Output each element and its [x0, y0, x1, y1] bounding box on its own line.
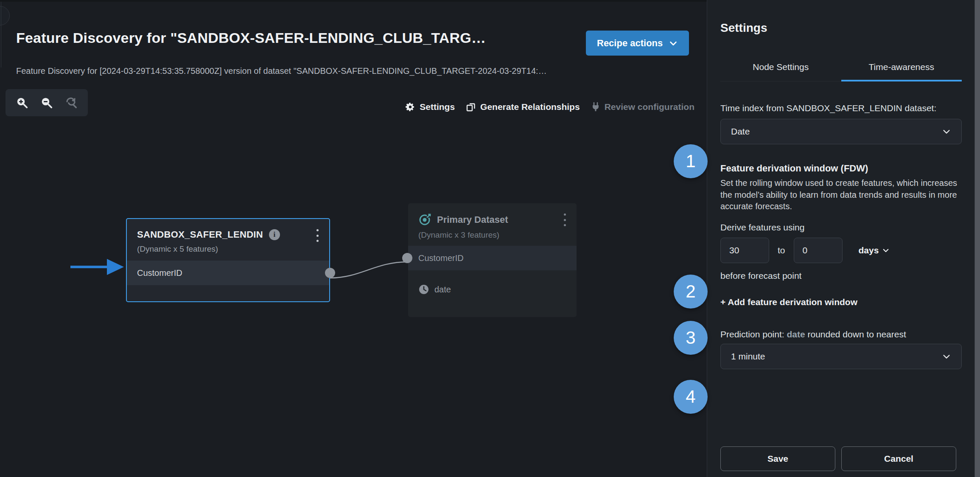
before-forecast-label: before forecast point	[720, 271, 962, 281]
step-badge-2: 2	[674, 275, 708, 309]
plug-icon	[591, 102, 600, 112]
panel-title: Settings	[720, 21, 962, 35]
prediction-point-label: Prediction point: date rounded down to n…	[720, 329, 962, 340]
fdw-heading: Feature derivation window (FDW)	[720, 163, 962, 174]
chevron-down-icon	[882, 247, 890, 254]
node-subtitle: (Dynamic x 3 features)	[418, 230, 566, 240]
feature-row-label: CustomerID	[137, 268, 182, 278]
tab-node-settings[interactable]: Node Settings	[720, 56, 841, 81]
clock-icon	[418, 284, 429, 295]
prediction-field: date	[787, 329, 805, 339]
join-edge	[330, 262, 408, 278]
feature-row-customerid[interactable]: CustomerID	[408, 246, 577, 270]
recipe-actions-button[interactable]: Recipe actions	[586, 31, 689, 56]
generate-relationships-action[interactable]: Generate Relationships	[466, 102, 580, 112]
fdw-unit-select[interactable]: days	[859, 245, 890, 255]
step-badge-3: 3	[674, 321, 708, 355]
feature-row-customerid[interactable]: CustomerID	[127, 261, 329, 285]
prediction-prefix: Prediction point:	[720, 329, 787, 339]
settings-panel: Settings Node Settings Time-awareness Ti…	[707, 0, 974, 477]
cancel-button[interactable]: Cancel	[841, 446, 956, 471]
page-title: Feature Discovery for "SANDBOX-SAFER-LEN…	[16, 30, 568, 46]
add-fdw-button[interactable]: + Add feature derivation window	[720, 297, 962, 307]
feature-row-label: date	[434, 285, 451, 295]
feature-row-date[interactable]: date	[408, 277, 577, 302]
fdw-unit-value: days	[859, 245, 879, 255]
feature-row-label: CustomerID	[418, 253, 464, 263]
fdw-description: Set the rolling window used to create fe…	[720, 177, 962, 212]
kebab-menu-icon[interactable]	[560, 213, 570, 227]
left-edge-divider	[1, 2, 1, 67]
feature-discovery-app: Feature Discovery for "SANDBOX-SAFER-LEN…	[0, 0, 980, 477]
join-port[interactable]	[402, 253, 412, 263]
dataset-node-primary[interactable]: Primary Dataset (Dynamic x 3 features) C…	[408, 203, 577, 317]
node-header: Primary Dataset (Dynamic x 3 features)	[408, 203, 577, 240]
join-port[interactable]	[325, 268, 335, 278]
node-subtitle: (Dynamic x 5 features)	[137, 244, 319, 254]
info-icon[interactable]: i	[269, 229, 280, 240]
time-index-value: Date	[731, 126, 750, 137]
node-header: SANDBOX_SAFER_LENDIN i (Dynamic x 5 feat…	[127, 219, 329, 254]
time-index-label: Time index from SANDBOX_SAFER_LENDIN dat…	[720, 102, 962, 115]
canvas-actions-toolbar: Settings Generate Relationships Review c…	[405, 102, 694, 112]
page-subtitle: Feature Discovery for [2024-03-29T14:53:…	[16, 66, 547, 76]
rounding-value: 1 minute	[731, 351, 765, 362]
kebab-menu-icon[interactable]	[312, 228, 322, 243]
zoom-reset-icon[interactable]	[65, 96, 78, 109]
chevron-down-icon	[942, 127, 951, 136]
node-title: SANDBOX_SAFER_LENDIN	[137, 229, 263, 240]
review-configuration-action[interactable]: Review configuration	[591, 102, 694, 112]
rounding-select[interactable]: 1 minute	[720, 344, 962, 369]
chevron-down-icon	[669, 39, 678, 48]
zoom-toolbar	[6, 89, 88, 116]
chevron-down-icon	[942, 352, 951, 361]
tab-time-awareness[interactable]: Time-awareness	[841, 56, 962, 81]
settings-action-label: Settings	[420, 102, 455, 112]
panel-tabs: Node Settings Time-awareness	[720, 56, 962, 81]
panel-footer: Save Cancel	[720, 446, 956, 471]
derive-row: to days	[720, 238, 962, 263]
step-badge-4: 4	[674, 380, 708, 414]
review-configuration-label: Review configuration	[605, 102, 694, 112]
fdw-from-input[interactable]	[720, 238, 769, 263]
target-icon	[418, 213, 431, 226]
gear-icon	[405, 102, 415, 112]
prediction-suffix: rounded down to nearest	[805, 329, 906, 339]
generate-relationships-icon	[466, 102, 476, 112]
zoom-in-icon[interactable]	[16, 96, 28, 109]
graph-canvas[interactable]: Feature Discovery for "SANDBOX-SAFER-LEN…	[0, 0, 707, 477]
collapse-drawer-handle[interactable]	[0, 6, 10, 25]
settings-action[interactable]: Settings	[405, 102, 455, 112]
dataset-node-sandbox[interactable]: SANDBOX_SAFER_LENDIN i (Dynamic x 5 feat…	[126, 218, 330, 302]
save-button[interactable]: Save	[720, 446, 835, 471]
panel-scrollbar[interactable]	[974, 0, 980, 477]
fdw-to-input[interactable]	[794, 238, 843, 263]
step-badge-1: 1	[674, 144, 708, 178]
time-index-select[interactable]: Date	[720, 119, 962, 144]
pointer-arrow-head	[107, 259, 124, 275]
zoom-out-icon[interactable]	[40, 96, 53, 109]
recipe-actions-label: Recipe actions	[597, 38, 663, 49]
node-title: Primary Dataset	[437, 214, 508, 225]
generate-relationships-label: Generate Relationships	[480, 102, 580, 112]
to-label: to	[778, 245, 785, 255]
derive-features-label: Derive features using	[720, 222, 962, 233]
